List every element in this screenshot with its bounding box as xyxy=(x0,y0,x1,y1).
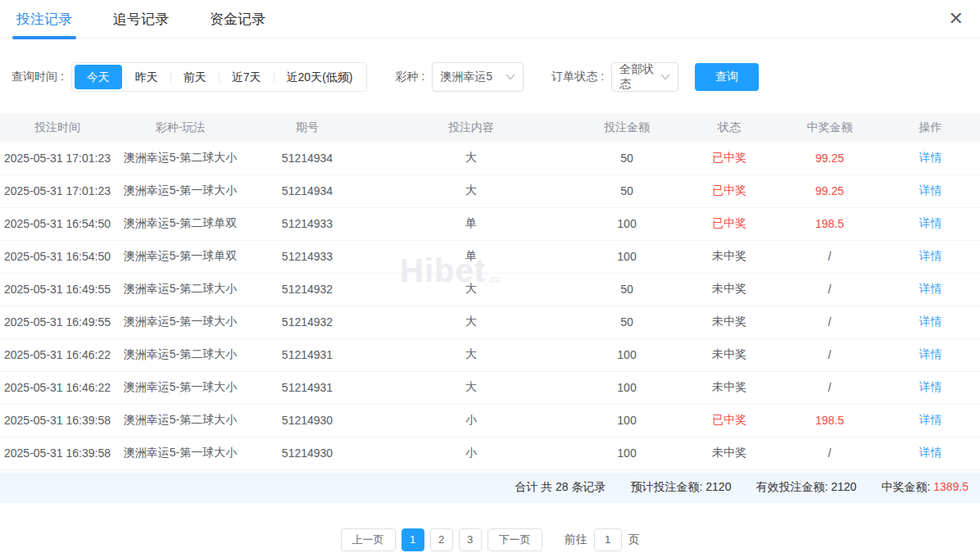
bet-content: 大 xyxy=(369,273,574,306)
game-play: 澳洲幸运5-第二球单双 xyxy=(115,207,246,240)
tab-chase-records[interactable]: 追号记录 xyxy=(108,0,174,38)
lottery-select-value: 澳洲幸运5 xyxy=(440,70,492,84)
table-row: 2025-05-31 16:39:58澳洲幸运5-第一球大小51214930小1… xyxy=(0,437,980,469)
game-play: 澳洲幸运5-第一球大小 xyxy=(115,437,246,469)
tab-bet-records[interactable]: 投注记录 xyxy=(11,0,77,38)
game-play: 澳洲幸运5-第二球大小 xyxy=(115,273,246,306)
issue-number: 51214931 xyxy=(246,371,369,404)
status-badge: 未中奖 xyxy=(680,240,778,273)
bet-amount: 50 xyxy=(574,306,680,338)
bet-amount: 100 xyxy=(574,207,680,240)
game-play: 澳洲幸运5-第一球单双 xyxy=(115,240,246,273)
tab-fund-records[interactable]: 资金记录 xyxy=(205,0,270,38)
bet-amount: 100 xyxy=(574,437,680,469)
bet-content: 小 xyxy=(369,437,574,469)
prize-amount: / xyxy=(778,273,881,306)
game-play: 澳洲幸运5-第一球大小 xyxy=(115,371,246,404)
table-row: 2025-05-31 16:46:22澳洲幸运5-第二球大小51214931大1… xyxy=(0,338,980,371)
time-option-today[interactable]: 今天 xyxy=(75,65,122,89)
detail-link[interactable]: 详情 xyxy=(881,371,980,404)
bet-amount: 100 xyxy=(574,371,680,404)
table-row: 2025-05-31 16:54:50澳洲幸运5-第一球单双51214933单1… xyxy=(0,240,980,273)
status-badge: 未中奖 xyxy=(680,338,778,371)
goto-page-input[interactable] xyxy=(594,528,622,551)
table-row: 2025-05-31 16:54:50澳洲幸运5-第二球单双51214933单1… xyxy=(0,207,980,240)
table-row: 2025-05-31 16:46:22澳洲幸运5-第一球大小51214931大1… xyxy=(0,371,980,404)
order-status-select[interactable]: 全部状态 xyxy=(611,62,678,92)
time-option-yesterday[interactable]: 昨天 xyxy=(123,65,170,89)
status-badge: 已中奖 xyxy=(680,142,778,175)
valid-bet-amount: 有效投注金额: 2120 xyxy=(755,480,856,495)
column-header: 中奖金额 xyxy=(778,113,881,142)
bet-amount: 50 xyxy=(574,142,680,175)
detail-link[interactable]: 详情 xyxy=(881,175,980,207)
bet-content: 单 xyxy=(369,207,574,240)
issue-number: 51214932 xyxy=(246,306,369,338)
bet-amount: 50 xyxy=(574,273,680,306)
table-row: 2025-05-31 17:01:23澳洲幸运5-第一球大小51214934大5… xyxy=(0,175,980,207)
bet-amount: 50 xyxy=(574,175,680,207)
table-row: 2025-05-31 16:39:58澳洲幸运5-第二球大小51214930小1… xyxy=(0,404,980,437)
chevron-down-icon xyxy=(506,74,515,80)
bet-content: 大 xyxy=(369,306,574,338)
detail-link[interactable]: 详情 xyxy=(881,273,980,306)
column-header: 期号 xyxy=(246,113,369,142)
table-body: 2025-05-31 17:01:23澳洲幸运5-第二球大小51214934大5… xyxy=(0,142,980,469)
status-badge: 未中奖 xyxy=(680,273,778,306)
page-button-2[interactable]: 2 xyxy=(430,528,453,551)
status-badge: 已中奖 xyxy=(680,175,778,207)
bet-content: 大 xyxy=(369,338,574,371)
column-header: 彩种-玩法 xyxy=(115,113,246,142)
prize-amount: / xyxy=(778,437,881,469)
prize-amount: 99.25 xyxy=(778,175,881,207)
tab-label: 投注记录 xyxy=(16,10,72,29)
table-row: 2025-05-31 16:49:55澳洲幸运5-第二球大小51214932大5… xyxy=(0,273,980,306)
bet-time: 2025-05-31 16:39:58 xyxy=(0,437,115,469)
detail-link[interactable]: 详情 xyxy=(881,338,980,371)
status-badge: 未中奖 xyxy=(680,306,778,338)
order-status-select-value: 全部状态 xyxy=(619,62,656,92)
active-tab-underline xyxy=(12,36,76,39)
time-option-7days[interactable]: 近7天 xyxy=(220,65,274,89)
column-header: 投注内容 xyxy=(369,113,574,142)
issue-number: 51214930 xyxy=(246,404,369,437)
close-icon[interactable]: ✕ xyxy=(946,7,967,31)
expected-bet-amount: 预计投注金额: 2120 xyxy=(631,480,732,495)
detail-link[interactable]: 详情 xyxy=(881,306,980,338)
status-badge: 已中奖 xyxy=(680,404,778,437)
prize-amount: / xyxy=(778,240,881,273)
bet-time: 2025-05-31 16:46:22 xyxy=(0,371,115,404)
time-option-20days[interactable]: 近20天(低频) xyxy=(274,65,365,89)
table-row: 2025-05-31 16:49:55澳洲幸运5-第一球大小51214932大5… xyxy=(0,306,980,338)
bet-time: 2025-05-31 17:01:23 xyxy=(0,142,115,175)
tab-label: 资金记录 xyxy=(210,10,265,29)
prize-total-label: 中奖金额: xyxy=(881,480,930,493)
lottery-select[interactable]: 澳洲幸运5 xyxy=(432,62,524,92)
bet-amount: 100 xyxy=(574,404,680,437)
issue-number: 51214931 xyxy=(246,338,369,371)
game-play: 澳洲幸运5-第二球大小 xyxy=(115,404,246,437)
order-status-label: 订单状态 : xyxy=(551,70,604,84)
detail-link[interactable]: 详情 xyxy=(881,207,980,240)
status-badge: 未中奖 xyxy=(680,437,778,469)
bet-records-table: 投注时间彩种-玩法期号投注内容投注金额状态中奖金额操作 2025-05-31 1… xyxy=(0,113,980,470)
issue-number: 51214934 xyxy=(246,175,369,207)
prev-page-button[interactable]: 上一页 xyxy=(341,528,396,551)
bet-time: 2025-05-31 17:01:23 xyxy=(0,175,115,207)
page-button-1[interactable]: 1 xyxy=(402,528,424,551)
query-button[interactable]: 查询 xyxy=(695,63,759,91)
prize-total: 中奖金额: 1389.5 xyxy=(881,480,969,495)
detail-link[interactable]: 详情 xyxy=(881,437,980,469)
time-option-day-before[interactable]: 前天 xyxy=(171,65,219,89)
detail-link[interactable]: 详情 xyxy=(881,142,980,175)
detail-link[interactable]: 详情 xyxy=(881,404,980,437)
issue-number: 51214932 xyxy=(246,273,369,306)
game-play: 澳洲幸运5-第二球大小 xyxy=(115,338,246,371)
issue-number: 51214933 xyxy=(246,207,369,240)
bet-amount: 100 xyxy=(574,240,680,273)
detail-link[interactable]: 详情 xyxy=(881,240,980,273)
prize-amount: 99.25 xyxy=(778,142,881,175)
next-page-button[interactable]: 下一页 xyxy=(488,528,542,551)
page-button-3[interactable]: 3 xyxy=(459,528,482,551)
column-header: 操作 xyxy=(881,113,980,142)
